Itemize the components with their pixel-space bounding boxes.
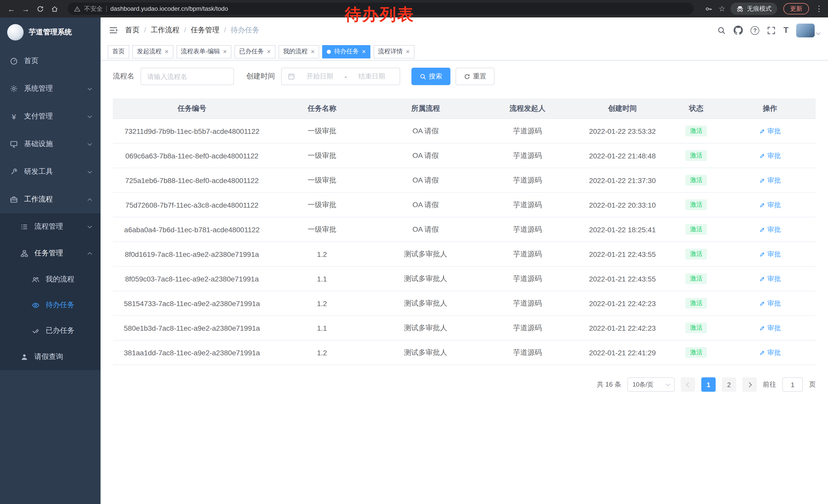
tags-bar: 首页 发起流程× 流程表单-编辑× 已办任务× 我的流程× 待办任务× 流程详情… <box>100 43 828 60</box>
cell-task-name: 一级审批 <box>271 176 373 185</box>
close-icon[interactable]: × <box>406 48 410 55</box>
cell-task-name: 1.2 <box>271 349 373 357</box>
table-row: 73211d9d-7b9b-11ec-b5b7-acde48001122 一级审… <box>113 119 816 144</box>
cell-process: 测试多审批人 <box>373 299 479 308</box>
tab-process-detail[interactable]: 流程详情× <box>373 45 414 58</box>
approve-link[interactable]: 审批 <box>759 151 781 160</box>
cell-task-name: 1.2 <box>271 250 373 258</box>
breadcrumb-home[interactable]: 首页 <box>125 26 151 35</box>
approve-link[interactable]: 审批 <box>759 274 781 283</box>
approve-link[interactable]: 审批 <box>759 299 781 308</box>
forward-icon[interactable]: → <box>19 3 32 15</box>
approve-link[interactable]: 审批 <box>759 225 781 234</box>
table-row: 75d72608-7b7f-11ec-a3c8-acde48001122 一级审… <box>113 193 816 217</box>
search-button-label: 搜索 <box>429 72 442 81</box>
page-button-1[interactable]: 1 <box>701 377 716 392</box>
home-icon[interactable] <box>48 3 60 15</box>
tab-form-edit[interactable]: 流程表单-编辑× <box>176 45 232 58</box>
close-icon[interactable]: × <box>311 48 315 55</box>
next-page-button[interactable] <box>742 377 757 392</box>
sidebar-item-system[interactable]: 系统管理 <box>0 75 100 102</box>
cell-process: 测试多审批人 <box>373 274 479 283</box>
status-badge: 激活 <box>686 175 707 186</box>
date-range-picker[interactable]: 开始日期 - 结束日期 <box>281 68 400 85</box>
close-icon[interactable]: × <box>267 48 271 55</box>
prev-page-button[interactable] <box>681 377 695 392</box>
sidebar-item-task-mgmt[interactable]: 任务管理 <box>0 240 100 267</box>
cell-task-id: 73211d9d-7b9b-11ec-b5b7-acde48001122 <box>113 127 271 135</box>
close-icon[interactable]: × <box>223 48 227 55</box>
cell-created: 2022-01-22 21:48:48 <box>577 151 668 160</box>
cell-process: OA 请假 <box>373 176 479 185</box>
fullscreen-icon[interactable] <box>767 26 776 35</box>
dashboard-icon <box>9 57 18 65</box>
status-badge: 激活 <box>686 322 707 333</box>
page-button-2[interactable]: 2 <box>722 377 736 392</box>
text-size-icon[interactable]: T <box>783 26 788 35</box>
close-icon[interactable]: × <box>165 48 169 55</box>
github-icon[interactable] <box>734 26 743 35</box>
sidebar-item-todo-task[interactable]: 待办任务 <box>0 292 100 318</box>
people-icon <box>31 276 40 283</box>
user-menu[interactable] <box>796 23 820 37</box>
chevron-left-icon <box>686 382 691 387</box>
sidebar-item-done-task[interactable]: 已办任务 <box>0 318 100 343</box>
question-icon[interactable]: ? <box>750 26 759 35</box>
close-icon[interactable]: × <box>362 48 366 55</box>
sidebar-item-devtools[interactable]: 研发工具 <box>0 158 100 186</box>
hamburger-icon[interactable] <box>109 26 118 35</box>
address-bar[interactable]: 不安全 dashboard.yudao.iocoder.cn/bpm/task/… <box>68 3 693 15</box>
breadcrumb-task-mgmt[interactable]: 任务管理 <box>191 26 231 35</box>
tab-home[interactable]: 首页 <box>108 45 129 58</box>
yen-icon: ¥ <box>9 112 18 120</box>
sidebar-item-payment[interactable]: ¥ 支付管理 <box>0 102 100 130</box>
update-label: 更新 <box>790 4 802 13</box>
sidebar-item-home[interactable]: 首页 <box>0 47 100 75</box>
process-name-input[interactable] <box>147 73 227 80</box>
sidebar-item-my-process[interactable]: 我的流程 <box>0 267 100 292</box>
goto-page-input[interactable] <box>782 377 803 392</box>
star-icon[interactable]: ☆ <box>718 4 726 13</box>
sidebar-item-infra[interactable]: 基础设施 <box>0 130 100 158</box>
cell-process: 测试多审批人 <box>373 348 479 357</box>
app-logo-row[interactable]: 芋道管理系统 <box>0 17 100 47</box>
cell-created: 2022-01-22 23:53:32 <box>577 127 668 135</box>
tab-label: 已办任务 <box>239 47 264 56</box>
warning-icon <box>74 5 81 12</box>
table-row: a6aba0a4-7b6d-11ec-b781-acde48001122 一级审… <box>113 217 816 242</box>
breadcrumb-workflow[interactable]: 工作流程 <box>151 26 191 35</box>
approve-label: 审批 <box>768 225 781 234</box>
approve-link[interactable]: 审批 <box>759 249 781 259</box>
tab-start-process[interactable]: 发起流程× <box>132 45 173 58</box>
pagination: 共 16 条 10条/页 1 2 前往 页 <box>113 377 816 392</box>
tab-my-process[interactable]: 我的流程× <box>279 45 319 58</box>
search-button[interactable]: 搜索 <box>411 68 450 85</box>
approve-link[interactable]: 审批 <box>759 176 781 185</box>
tab-label: 首页 <box>112 47 125 56</box>
chevron-up-icon <box>88 252 92 256</box>
approve-link[interactable]: 审批 <box>759 323 781 332</box>
approve-link[interactable]: 审批 <box>759 200 781 210</box>
approve-link[interactable]: 审批 <box>759 348 781 357</box>
status-badge: 激活 <box>686 199 707 210</box>
table-row: 58154733-7ac8-11ec-a9e2-a2380e71991a 1.2… <box>113 291 816 316</box>
sidebar-item-label: 待办任务 <box>46 301 91 310</box>
key-icon[interactable] <box>705 5 712 12</box>
more-vertical-icon[interactable]: ⋮ <box>815 4 823 13</box>
reload-icon[interactable] <box>34 3 46 15</box>
page-size-select[interactable]: 10条/页 <box>627 377 675 392</box>
chevron-down-icon <box>88 86 92 90</box>
search-icon[interactable] <box>717 26 726 35</box>
update-button[interactable]: 更新 <box>783 3 809 14</box>
back-icon[interactable]: ← <box>5 3 17 15</box>
tab-todo-task[interactable]: 待办任务× <box>322 45 370 58</box>
start-date-placeholder: 开始日期 <box>298 72 342 81</box>
approve-link[interactable]: 审批 <box>759 126 781 136</box>
tab-done-task[interactable]: 已办任务× <box>235 45 275 58</box>
sidebar-item-workflow[interactable]: 工作流程 <box>0 186 100 213</box>
table-row: 8f0d1619-7ac8-11ec-a9e2-a2380e71991a 1.2… <box>113 242 816 267</box>
approve-label: 审批 <box>768 249 781 259</box>
sidebar-item-process-mgmt[interactable]: 流程管理 <box>0 213 100 240</box>
sidebar-item-leave-query[interactable]: 请假查询 <box>0 343 100 370</box>
reset-button[interactable]: 重置 <box>456 68 495 85</box>
